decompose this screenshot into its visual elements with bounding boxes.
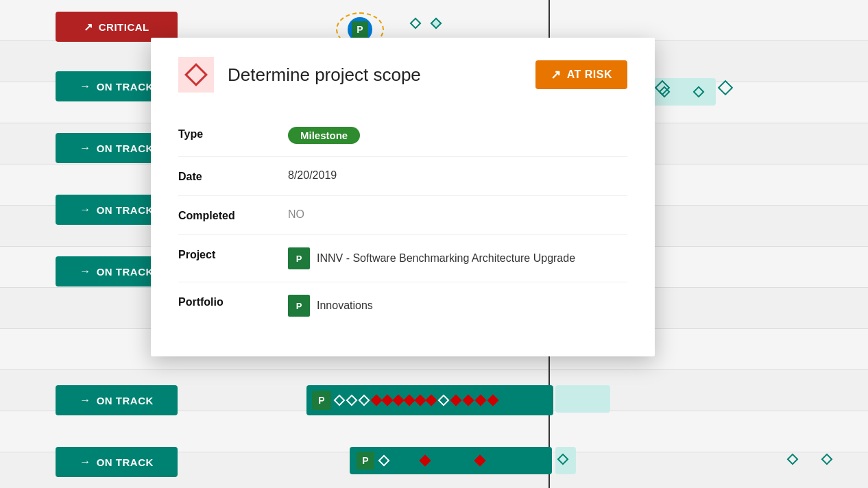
red-diamond-3 [393,395,405,406]
right-diamond-2 [720,82,731,93]
date-label: Date [178,169,288,183]
completed-field-row: Completed NO [178,196,627,235]
light-bar-bottom-1 [555,385,610,413]
milestone-badge: Milestone [288,127,360,144]
project-label: Project [178,247,288,261]
bottom-diamond-w3 [359,395,370,406]
on-track-arrow-icon-5: → [80,394,91,406]
bottom2-red-diamond-1 [420,455,431,467]
portfolio-p-icon: P [296,301,302,311]
milestone-icon [178,57,214,93]
on-track-arrow-icon-3: → [80,204,91,216]
bottom-row-diamond-3 [823,454,831,466]
light-bar-diamond-2 [693,86,705,98]
on-track-label-4: ON TRACK [97,266,154,278]
portfolio-value: P Innovations [288,295,373,317]
portfolio-text: Innovations [317,300,373,312]
bottom-gantt-bar-1: P [306,385,553,415]
bottom-outline-diamond-1 [557,454,569,465]
type-label: Type [178,127,288,141]
modal-header: Determine project scope ↗ AT RISK [178,57,627,93]
at-risk-button[interactable]: ↗ AT RISK [535,60,627,89]
on-track-arrow-icon-1: → [80,80,91,93]
at-risk-arrow-icon: ↗ [551,67,562,82]
type-value: Milestone [288,127,360,144]
red-diamond-6 [426,395,437,406]
project-field-row: Project P INNV - Software Benchmarking A… [178,235,627,282]
gantt-row-11 [0,411,868,452]
completed-text: NO [288,208,304,221]
p-letter-icon: P [357,24,363,35]
date-field-row: Date 8/20/2019 [178,157,627,196]
critical-arrow-icon: ↗ [84,21,93,34]
project-p-icon: P [296,254,302,264]
red-diamond-7 [450,395,462,406]
portfolio-icon: P [288,295,310,317]
modal-title: Determine project scope [228,64,421,86]
completed-label: Completed [178,208,288,222]
project-icon: P [288,247,310,269]
bottom-row-diamond-1 [559,454,567,466]
on-track-label-5: ON TRACK [97,395,154,406]
red-diamond-2 [382,395,394,406]
bottom-p-letter-1: P [318,395,324,406]
bottom-outline-diamond-2 [787,454,799,465]
red-diamond-1 [371,395,383,406]
bottom-diamond-w4 [438,395,450,406]
bottom-bar-2-project-icon: P [357,452,374,469]
red-diamond-8 [463,395,474,406]
red-diamond-5 [415,395,426,406]
circular-project-icon: P [352,21,368,38]
modal-fields: Type Milestone Date 8/20/2019 Completed … [178,114,627,329]
bottom-p-letter-2: P [362,455,368,466]
right-diamond-icon-2 [718,80,734,96]
date-text: 8/20/2019 [288,169,337,182]
on-track-label-2: ON TRACK [97,143,154,154]
bottom-diamond-w1 [334,395,346,406]
on-track-badge-5: → ON TRACK [56,385,178,415]
project-value: P INNV - Software Benchmarking Architect… [288,247,575,269]
on-track-arrow-icon-4: → [80,265,91,278]
completed-value: NO [288,208,304,221]
bottom-diamond-w2 [346,395,358,406]
critical-label: CRITICAL [99,21,149,33]
red-diamond-4 [404,395,415,406]
milestone-detail-modal: Determine project scope ↗ AT RISK Type M… [151,38,655,356]
bottom2-diamond-1 [378,455,390,467]
date-value: 8/20/2019 [288,169,337,182]
on-track-label-1: ON TRACK [97,81,154,93]
portfolio-field-row: Portfolio P Innovations [178,282,627,329]
red-diamond-9 [475,395,487,406]
on-track-arrow-icon-6: → [80,456,91,468]
on-track-badge-6: → ON TRACK [56,447,178,477]
modal-header-left: Determine project scope [178,57,421,93]
bottom2-red-diamond-2 [474,455,486,467]
right-diamond-icon-1 [655,80,671,96]
at-risk-label: AT RISK [567,69,612,81]
milestone-diamond-icon [184,63,208,86]
red-diamond-10 [487,395,499,406]
bottom-gantt-bar-2: P [350,447,552,474]
bottom-outline-diamond-3 [821,454,833,465]
on-track-label-6: ON TRACK [97,456,154,468]
on-track-label-3: ON TRACK [97,204,154,216]
red-diamonds-group [372,396,435,404]
right-diamond-1 [657,82,668,93]
portfolio-label: Portfolio [178,295,288,308]
bottom-bar-1-project-icon: P [312,391,331,410]
type-field-row: Type Milestone [178,114,627,157]
bottom-row-diamond-2 [788,454,797,466]
project-text: INNV - Software Benchmarking Architectur… [317,252,575,265]
on-track-arrow-icon-2: → [80,142,91,154]
